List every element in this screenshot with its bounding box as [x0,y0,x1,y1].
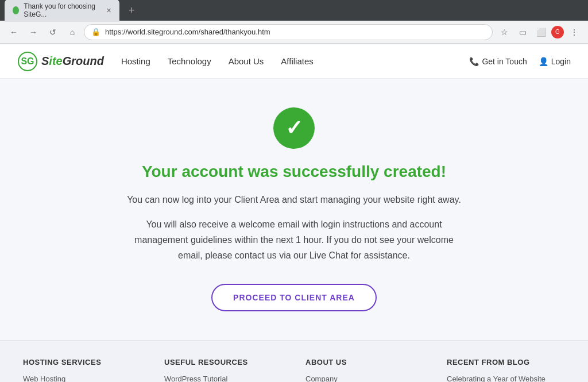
login-label: Login [551,57,571,66]
nav-hosting[interactable]: Hosting [121,56,150,66]
tab-title: Thank you for choosing SiteG... [24,2,102,18]
proceed-to-client-area-button[interactable]: PROCEED TO CLIENT AREA [211,284,377,311]
bookmark-button[interactable]: ☆ [496,24,512,40]
browser-actions: ☆ ▭ ⬜ G ⋮ [496,24,582,40]
tab-close-icon[interactable]: ✕ [106,7,111,14]
success-icon-circle: ✓ [273,107,315,149]
site-footer: HOSTING SERVICES Web Hosting USEFUL RESO… [0,340,588,382]
tab-zoom-button[interactable]: ⬜ [533,24,549,40]
main-content: ✓ Your account was successfully created!… [0,79,588,340]
nav-about-us[interactable]: About Us [229,56,264,66]
tab-favicon-icon [13,6,19,14]
footer-company-link[interactable]: Company [305,375,424,382]
login-link[interactable]: 👤 Login [539,57,571,66]
footer-about-title: ABOUT US [305,358,424,366]
footer-col-about: ABOUT US Company [305,358,424,382]
nav-links: Hosting Technology About Us Affiliates [121,56,469,66]
nav-affiliates[interactable]: Affiliates [281,56,313,66]
more-options-button[interactable]: ⋮ [566,24,582,40]
lock-icon: 🔒 [91,28,100,36]
success-desc2: You will also receive a welcome email wi… [127,217,461,264]
browser-chrome: Thank you for choosing SiteG... ✕ + ← → … [0,0,588,44]
site-nav: SG SiteGround Hosting Technology About U… [0,44,588,79]
nav-technology[interactable]: Technology [168,56,211,66]
back-button[interactable]: ← [6,24,22,40]
home-button[interactable]: ⌂ [64,24,80,40]
get-in-touch-link[interactable]: 📞 Get in Touch [469,57,527,66]
success-title: Your account was successfully created! [142,163,446,181]
footer-blog-post-link[interactable]: Celebrating a Year of Website Success: Y… [447,375,565,382]
site-logo[interactable]: SG SiteGround [17,51,104,72]
footer-web-hosting-link[interactable]: Web Hosting [23,375,141,382]
svg-text:SG: SG [21,56,34,66]
logo-svg-icon: SG [17,51,38,72]
browser-titlebar: Thank you for choosing SiteG... ✕ + [0,0,588,21]
footer-col-resources: USEFUL RESOURCES WordPress Tutorial [164,358,283,382]
footer-col-hosting: HOSTING SERVICES Web Hosting [23,358,141,382]
cast-button[interactable]: ▭ [514,24,531,40]
checkmark-icon: ✓ [285,116,303,140]
success-desc1: You can now log into your Client Area an… [127,192,461,207]
reload-button[interactable]: ↺ [45,24,61,40]
get-in-touch-label: Get in Touch [482,57,527,66]
profile-avatar[interactable]: G [551,26,564,38]
phone-icon: 📞 [469,57,479,66]
footer-wordpress-link[interactable]: WordPress Tutorial [164,375,283,382]
browser-toolbar: ← → ↺ ⌂ 🔒 https://world.siteground.com/s… [0,21,588,44]
nav-right: 📞 Get in Touch 👤 Login [469,57,571,66]
footer-columns: HOSTING SERVICES Web Hosting USEFUL RESO… [23,358,565,382]
footer-col-blog: RECENT FROM BLOG Celebrating a Year of W… [447,358,565,382]
footer-resources-title: USEFUL RESOURCES [164,358,283,366]
logo-label: SiteGround [41,55,104,68]
new-tab-button[interactable]: + [124,2,140,19]
browser-tab[interactable]: Thank you for choosing SiteG... ✕ [5,0,119,22]
address-text: https://world.siteground.com/shared/than… [105,28,485,36]
footer-blog-title: RECENT FROM BLOG [447,358,565,366]
forward-button[interactable]: → [25,24,41,40]
user-icon: 👤 [539,57,548,66]
address-bar[interactable]: 🔒 https://world.siteground.com/shared/th… [84,24,493,40]
footer-hosting-title: HOSTING SERVICES [23,358,141,366]
